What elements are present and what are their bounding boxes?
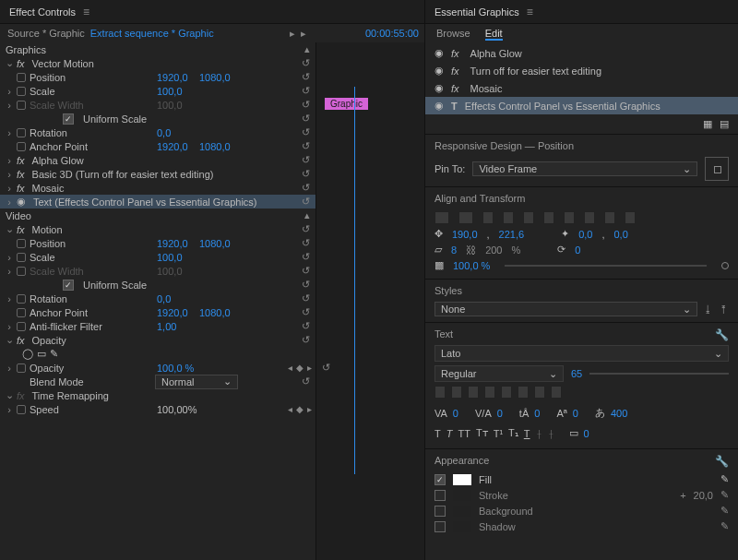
reset-icon[interactable]: ↺ xyxy=(302,57,310,69)
basic3d-effect[interactable]: Basic 3D (Turn off for easier text editi… xyxy=(32,169,214,180)
visibility-icon[interactable]: ◉ xyxy=(434,65,444,77)
anchor-y[interactable]: 1080,0 xyxy=(199,141,231,152)
eyedropper-icon[interactable]: ✎ xyxy=(720,473,729,485)
align-vcenter-icon[interactable] xyxy=(564,211,575,224)
reset-icon[interactable]: ↺ xyxy=(322,362,330,374)
tab-browse[interactable]: Browse xyxy=(436,28,470,41)
panel-menu-icon[interactable]: ≡ xyxy=(527,6,533,18)
uniform-scale-checkbox[interactable]: ✓ xyxy=(63,113,74,125)
reset-icon[interactable]: ↺ xyxy=(302,265,310,277)
ligatures-icon[interactable]: ⟊ xyxy=(548,428,554,439)
stopwatch-icon[interactable] xyxy=(17,405,26,414)
opacity-slider[interactable] xyxy=(505,265,707,267)
background-checkbox[interactable] xyxy=(434,506,446,517)
font-size[interactable]: 65 xyxy=(571,368,582,379)
align-right-text-icon[interactable] xyxy=(468,386,479,399)
m-pos-y[interactable]: 1080,0 xyxy=(199,238,231,249)
prev-keyframe-icon[interactable]: ◂ xyxy=(288,363,292,373)
align-center-text-icon[interactable] xyxy=(451,386,462,399)
wrench-icon[interactable]: 🔧 xyxy=(715,328,729,341)
vector-motion-effect[interactable]: Vector Motion xyxy=(32,58,94,69)
align-justify-last-right-icon[interactable] xyxy=(534,386,545,399)
m-pos-x[interactable]: 1920,0 xyxy=(157,238,188,249)
m-scale[interactable]: 100,0 xyxy=(157,252,183,263)
reset-icon[interactable]: ↺ xyxy=(302,251,310,263)
sequence-label[interactable]: Extract sequence * Graphic xyxy=(90,28,214,39)
reset-icon[interactable]: ↺ xyxy=(302,140,310,152)
chevron-right-icon[interactable]: ▸ xyxy=(301,28,306,40)
antiflicker-val[interactable]: 1,00 xyxy=(157,321,176,332)
stroke-swatch[interactable] xyxy=(453,490,471,501)
alpha-glow-effect[interactable]: Alpha Glow xyxy=(32,155,84,166)
align-top-icon[interactable] xyxy=(543,211,554,224)
reset-icon[interactable]: ↺ xyxy=(302,85,310,97)
layer-row[interactable]: ◉TEffects Control Panel vs Essential Gra… xyxy=(425,97,738,114)
shadow-swatch[interactable] xyxy=(453,521,471,532)
style-dropdown[interactable]: None⌄ xyxy=(434,302,697,316)
link-icon[interactable]: ⛓ xyxy=(466,244,476,256)
position-x[interactable]: 1920,0 xyxy=(157,72,188,83)
stopwatch-icon[interactable] xyxy=(17,87,26,96)
layer-row[interactable]: ◉fxTurn off for easier text editing xyxy=(425,62,738,79)
timecode[interactable]: 00:00:55:00 xyxy=(365,28,419,40)
stroke-checkbox[interactable] xyxy=(434,490,446,501)
kerning-val[interactable]: 0 xyxy=(497,408,503,419)
playhead[interactable] xyxy=(354,87,355,474)
shadow-checkbox[interactable] xyxy=(434,521,446,532)
eyedropper-icon[interactable]: ✎ xyxy=(720,520,729,532)
stroke-width[interactable]: 20,0 xyxy=(694,490,713,501)
align-justify-last-left-icon[interactable] xyxy=(501,386,512,399)
stopwatch-icon[interactable] xyxy=(17,294,26,304)
tab-edit[interactable]: Edit xyxy=(485,28,503,41)
stopwatch-icon[interactable] xyxy=(17,363,26,373)
reset-icon[interactable]: ↺ xyxy=(302,126,310,138)
blend-mode-dropdown[interactable]: Normal⌄ xyxy=(155,375,238,389)
text-layer[interactable]: Text (Effects Control Panel vs Essential… xyxy=(33,197,257,208)
motion-effect[interactable]: Motion xyxy=(32,224,63,235)
reset-icon[interactable]: ↺ xyxy=(302,279,310,291)
allcaps-icon[interactable]: TT xyxy=(458,428,470,439)
align-justify-icon[interactable] xyxy=(484,386,495,399)
scale-w[interactable]: 8 xyxy=(451,244,457,256)
distribute-h-icon[interactable] xyxy=(604,211,615,224)
align-left-icon[interactable] xyxy=(482,211,494,224)
opacity-val[interactable]: 100,0 % xyxy=(157,363,194,374)
font-weight-dropdown[interactable]: Regular⌄ xyxy=(434,365,564,382)
time-remap-effect[interactable]: Time Remapping xyxy=(32,390,109,401)
mosaic-effect[interactable]: Mosaic xyxy=(32,183,65,194)
reset-icon[interactable]: ↺ xyxy=(302,375,310,387)
visibility-icon[interactable]: ◉ xyxy=(434,100,444,112)
reset-icon[interactable]: ↺ xyxy=(302,182,310,194)
reset-icon[interactable]: ↺ xyxy=(302,292,310,304)
eyedropper-icon[interactable]: ✎ xyxy=(720,489,729,501)
reset-icon[interactable]: ↺ xyxy=(302,71,310,83)
stopwatch-icon[interactable] xyxy=(17,308,26,317)
uniform-scale-checkbox-2[interactable]: ✓ xyxy=(63,280,74,291)
anchor-val2[interactable]: 0,0 xyxy=(613,229,627,240)
tracking-val[interactable]: 0 xyxy=(453,408,458,419)
clip-label[interactable]: Graphic xyxy=(325,98,368,110)
m-rotation[interactable]: 0,0 xyxy=(157,293,171,304)
reset-icon[interactable]: ↺ xyxy=(302,237,310,249)
reset-icon[interactable]: ↺ xyxy=(302,99,310,111)
underline-icon[interactable]: T xyxy=(524,428,530,439)
faux-italic-icon[interactable]: T xyxy=(446,428,453,439)
stopwatch-icon[interactable] xyxy=(17,142,26,151)
reset-icon[interactable]: ↺ xyxy=(302,320,310,332)
distribute-v-icon[interactable] xyxy=(625,211,636,224)
anchor-val[interactable]: 0,0 xyxy=(578,229,592,240)
align-hcenter-icon[interactable] xyxy=(503,211,514,224)
font-size-slider[interactable] xyxy=(589,373,729,375)
fill-swatch[interactable] xyxy=(453,474,471,485)
layer-row[interactable]: ◉fxMosaic xyxy=(425,79,738,97)
opacity-effect[interactable]: Opacity xyxy=(32,335,66,346)
reset-icon[interactable]: ↺ xyxy=(302,306,310,318)
reset-icon[interactable]: ↺ xyxy=(302,334,310,346)
pin-anchor-widget[interactable] xyxy=(705,157,729,181)
pull-style-icon[interactable]: ⭱ xyxy=(719,304,729,315)
pos-x[interactable]: 190,0 xyxy=(452,229,478,240)
reset-icon[interactable]: ↺ xyxy=(302,154,310,166)
stopwatch-icon[interactable] xyxy=(17,253,26,262)
stopwatch-icon[interactable] xyxy=(17,73,26,82)
align-bottom-icon[interactable] xyxy=(584,211,595,224)
